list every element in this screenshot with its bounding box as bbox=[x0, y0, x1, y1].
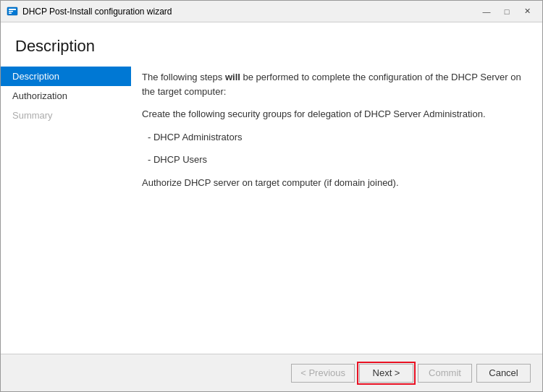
svg-rect-2 bbox=[9, 11, 13, 12]
bold-will: will bbox=[225, 72, 240, 82]
right-content: The following steps will be performed to… bbox=[131, 63, 542, 354]
title-bar: DHCP Post-Install configuration wizard —… bbox=[1, 1, 542, 22]
title-bar-left: DHCP Post-Install configuration wizard bbox=[7, 6, 172, 17]
description-paragraph-1: The following steps will be performed to… bbox=[142, 70, 528, 98]
sidebar-item-description[interactable]: Description bbox=[1, 67, 131, 86]
page-title: Description bbox=[1, 22, 542, 63]
title-bar-controls: — □ ✕ bbox=[477, 4, 536, 19]
previous-button[interactable]: < Previous bbox=[291, 364, 355, 383]
sidebar-item-authorization[interactable]: Authorization bbox=[1, 86, 131, 106]
description-section-1: The following steps will be performed to… bbox=[142, 70, 528, 98]
sidebar: Description Authorization Summary bbox=[1, 63, 131, 354]
footer: < Previous Next > Commit Cancel bbox=[1, 354, 542, 391]
close-button[interactable]: ✕ bbox=[518, 4, 536, 19]
list-item-1: - DHCP Administrators bbox=[148, 130, 528, 145]
list-item-2: - DHCP Users bbox=[148, 153, 528, 167]
cancel-button[interactable]: Cancel bbox=[476, 364, 531, 383]
commit-button[interactable]: Commit bbox=[418, 364, 472, 383]
window-title: DHCP Post-Install configuration wizard bbox=[22, 7, 172, 17]
description-section-2: Create the following security groups for… bbox=[142, 107, 528, 167]
description-paragraph-3: Authorize DHCP server on target computer… bbox=[142, 176, 528, 190]
dhcp-icon bbox=[7, 6, 18, 17]
svg-rect-3 bbox=[9, 12, 12, 14]
maximize-button[interactable]: □ bbox=[497, 4, 516, 19]
minimize-button[interactable]: — bbox=[477, 4, 496, 19]
description-list: - DHCP Administrators - DHCP Users bbox=[148, 130, 528, 167]
next-button[interactable]: Next > bbox=[359, 364, 413, 383]
sidebar-item-summary: Summary bbox=[1, 106, 131, 125]
svg-rect-1 bbox=[9, 9, 16, 10]
main-content: Description Authorization Summary The fo… bbox=[1, 63, 542, 354]
description-section-3: Authorize DHCP server on target computer… bbox=[142, 176, 528, 190]
description-paragraph-2: Create the following security groups for… bbox=[142, 107, 528, 122]
content-area: Description Description Authorization Su… bbox=[1, 22, 542, 354]
wizard-window: DHCP Post-Install configuration wizard —… bbox=[0, 0, 543, 392]
